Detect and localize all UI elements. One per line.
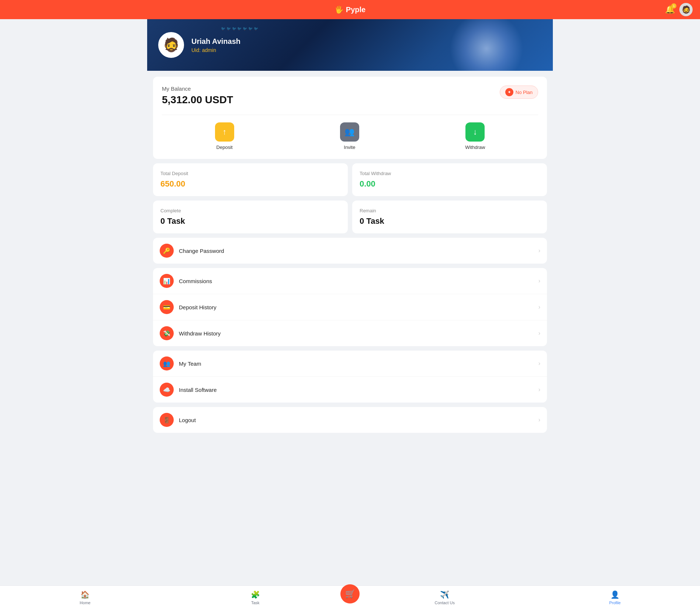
no-plan-badge[interactable]: ✦ No Plan bbox=[500, 86, 538, 99]
notification-bell[interactable]: 🔔 1 bbox=[665, 5, 675, 14]
profile-name: Uriah Avinash bbox=[191, 37, 240, 46]
profile-avatar: 🧔 bbox=[158, 32, 184, 58]
banner-decoration: 🐦 🐦 🐦 🐦 🐦 🐦 🐦 bbox=[221, 27, 442, 31]
total-deposit-value: 650.00 bbox=[160, 179, 340, 189]
header-avatar[interactable]: 🧔 bbox=[679, 3, 693, 16]
total-withdraw-label: Total Withdraw bbox=[360, 171, 540, 176]
logout-icon: 🚪 bbox=[160, 413, 174, 427]
menu-section-password: 🔑 Change Password › bbox=[153, 238, 547, 264]
withdraw-icon: ↓ bbox=[465, 122, 485, 142]
contact-icon: ✈️ bbox=[440, 590, 449, 599]
main-content: 🐦 🐦 🐦 🐦 🐦 🐦 🐦 🧔 Uriah Avinash Uid: admin… bbox=[147, 19, 553, 470]
menu-item-withdraw-history[interactable]: 💸 Withdraw History › bbox=[153, 320, 547, 346]
commissions-label: Commissions bbox=[179, 278, 533, 284]
bottom-navigation: 🏠 Home 🧩 Task 🛒 ✈️ Contact Us 👤 Profile bbox=[0, 585, 700, 609]
menu-item-commissions[interactable]: 📊 Commissions › bbox=[153, 268, 547, 294]
withdraw-history-label: Withdraw History bbox=[179, 330, 533, 337]
profile-icon: 👤 bbox=[610, 590, 620, 599]
nav-task[interactable]: 🧩 Task bbox=[170, 590, 341, 605]
withdraw-button[interactable]: ↓ Withdraw bbox=[465, 122, 485, 150]
menu-item-my-team[interactable]: 👥 My Team › bbox=[153, 351, 547, 377]
nav-contact[interactable]: ✈️ Contact Us bbox=[360, 590, 530, 605]
invite-icon: 👥 bbox=[340, 122, 359, 142]
remain-label: Remain bbox=[360, 208, 540, 213]
menu-item-logout[interactable]: 🚪 Logout › bbox=[153, 407, 547, 433]
deposit-button[interactable]: ↑ Deposit bbox=[215, 122, 234, 150]
nav-center-basket[interactable]: 🛒 bbox=[340, 584, 360, 603]
deposit-icon: ↑ bbox=[215, 122, 234, 142]
top-navigation-bar: 🖐️ Pyple 🔔 1 🧔 bbox=[0, 0, 700, 19]
install-software-chevron: › bbox=[538, 386, 540, 393]
home-label: Home bbox=[80, 601, 90, 605]
my-team-label: My Team bbox=[179, 361, 533, 367]
contact-label: Contact Us bbox=[435, 601, 455, 605]
basket-icon: 🛒 bbox=[345, 589, 355, 599]
no-plan-label: No Plan bbox=[516, 90, 533, 95]
brand-icon: 🖐️ bbox=[335, 5, 344, 14]
app-name: Pyple bbox=[346, 6, 365, 14]
menu-section-team: 👥 My Team › ☁️ Install Software › bbox=[153, 351, 547, 403]
remain-value: 0 Task bbox=[360, 216, 540, 226]
action-buttons: ↑ Deposit 👥 Invite ↓ Withdraw bbox=[162, 115, 538, 150]
commissions-chevron: › bbox=[538, 278, 540, 284]
logout-chevron: › bbox=[538, 417, 540, 423]
invite-button[interactable]: 👥 Invite bbox=[340, 122, 359, 150]
menu-item-deposit-history[interactable]: 💳 Deposit History › bbox=[153, 294, 547, 320]
menu-item-install-software[interactable]: ☁️ Install Software › bbox=[153, 377, 547, 403]
my-team-icon: 👥 bbox=[160, 356, 174, 370]
balance-label: My Balance bbox=[162, 86, 233, 92]
menu-section-finance: 📊 Commissions › 💳 Deposit History › 💸 Wi… bbox=[153, 268, 547, 346]
task-icon: 🧩 bbox=[251, 590, 260, 599]
top-bar-actions: 🔔 1 🧔 bbox=[665, 3, 693, 16]
withdraw-history-chevron: › bbox=[538, 330, 540, 337]
total-deposit-label: Total Deposit bbox=[160, 171, 340, 176]
balance-amount: 5,312.00 USDT bbox=[162, 94, 233, 106]
no-plan-icon: ✦ bbox=[505, 88, 513, 96]
invite-label: Invite bbox=[344, 145, 355, 150]
profile-banner: 🐦 🐦 🐦 🐦 🐦 🐦 🐦 🧔 Uriah Avinash Uid: admin bbox=[147, 19, 553, 71]
deposit-history-label: Deposit History bbox=[179, 304, 533, 310]
install-software-label: Install Software bbox=[179, 387, 533, 393]
total-withdraw-value: 0.00 bbox=[360, 179, 540, 189]
nav-home[interactable]: 🏠 Home bbox=[0, 590, 170, 605]
home-icon: 🏠 bbox=[80, 590, 90, 599]
menu-section-logout: 🚪 Logout › bbox=[153, 407, 547, 433]
my-team-chevron: › bbox=[538, 360, 540, 367]
withdraw-label: Withdraw bbox=[465, 145, 485, 150]
menu-item-change-password[interactable]: 🔑 Change Password › bbox=[153, 238, 547, 264]
remain-task-card: Remain 0 Task bbox=[352, 201, 547, 233]
change-password-label: Change Password bbox=[179, 248, 533, 254]
balance-info: My Balance 5,312.00 USDT bbox=[162, 86, 233, 106]
notification-badge: 1 bbox=[671, 3, 676, 8]
profile-uid: Uid: admin bbox=[191, 47, 240, 53]
deposit-label: Deposit bbox=[216, 145, 233, 150]
nav-profile[interactable]: 👤 Profile bbox=[530, 590, 700, 605]
deposit-history-icon: 💳 bbox=[160, 300, 174, 314]
change-password-icon: 🔑 bbox=[160, 244, 174, 258]
balance-card: My Balance 5,312.00 USDT ✦ No Plan ↑ Dep… bbox=[153, 77, 547, 159]
balance-header: My Balance 5,312.00 USDT ✦ No Plan bbox=[162, 86, 538, 106]
total-deposit-card: Total Deposit 650.00 bbox=[153, 163, 348, 196]
install-software-icon: ☁️ bbox=[160, 383, 174, 397]
task-label: Task bbox=[251, 601, 260, 605]
withdraw-history-icon: 💸 bbox=[160, 326, 174, 340]
complete-value: 0 Task bbox=[160, 216, 340, 226]
profile-info: Uriah Avinash Uid: admin bbox=[191, 37, 240, 53]
stats-grid: Total Deposit 650.00 Total Withdraw 0.00… bbox=[153, 163, 547, 233]
change-password-chevron: › bbox=[538, 247, 540, 254]
profile-label: Profile bbox=[609, 601, 621, 605]
deposit-history-chevron: › bbox=[538, 304, 540, 310]
total-withdraw-card: Total Withdraw 0.00 bbox=[352, 163, 547, 196]
logout-label: Logout bbox=[179, 417, 533, 423]
app-brand: 🖐️ Pyple bbox=[335, 5, 365, 14]
complete-task-card: Complete 0 Task bbox=[153, 201, 348, 233]
commissions-icon: 📊 bbox=[160, 274, 174, 288]
complete-label: Complete bbox=[160, 208, 340, 213]
